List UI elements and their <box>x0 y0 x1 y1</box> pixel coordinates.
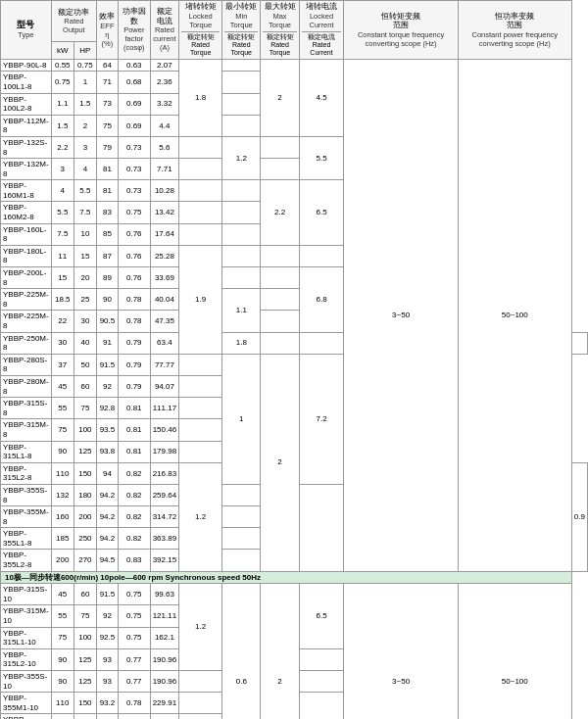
table-row: YBBP-315S-10456091.50.7599.631.20.626.53… <box>1 584 588 605</box>
col-rated-output-header: 额定功率 Rated Output <box>51 1 96 42</box>
col-max-torque-header: 最大转矩 Max Torque 额定转矩 Rated Torque <box>261 1 299 60</box>
col-hp-header: HP <box>74 42 96 59</box>
table-row: YBBP-90L-80.550.75640.632.071.824.53~505… <box>1 59 588 72</box>
col-locked-torque-header: 堵转转矩 Locked Torque 额定转矩 Rated Torque <box>179 1 222 60</box>
col-const-power-freq-header: 恒功率变频 范围 Constant power frequency conver… <box>458 1 571 60</box>
col-kw-header: kW <box>51 42 74 59</box>
col-type-header: 型号 Type <box>1 1 52 60</box>
col-current-header: 额定 电流 Rated current (A) <box>150 1 178 60</box>
table-body: YBBP-90L-80.550.75640.632.071.824.53~505… <box>1 59 588 719</box>
section-divider-row: 10极—同步转速600(r/min) 10pole—600 rpm Synchr… <box>1 571 588 584</box>
col-const-torque-freq-header: 恒转矩变频 范围 Constant torque frequency conve… <box>344 1 458 60</box>
specs-table: 型号 Type 额定功率 Rated Output 效率 EFF η (%) 功… <box>0 0 588 719</box>
header-row-1: 型号 Type 额定功率 Rated Output 效率 EFF η (%) 功… <box>1 1 588 42</box>
col-pf-header: 功率因数 Power factor (cosφ) <box>118 1 150 60</box>
col-locked-current-header: 堵转电流 Locked Current 额定电流 Rated Current <box>299 1 344 60</box>
col-eff-header: 效率 EFF η (%) <box>96 1 118 60</box>
main-table-container: 型号 Type 额定功率 Rated Output 效率 EFF η (%) 功… <box>0 0 588 719</box>
col-min-torque-header: 最小转矩 Min Torque 额定转矩 Rated Torque <box>222 1 261 60</box>
